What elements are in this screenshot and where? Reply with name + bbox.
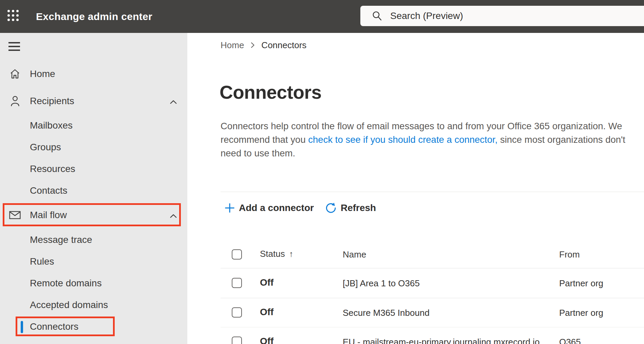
refresh-button[interactable]: Refresh (325, 202, 376, 214)
description-line: recommend that you check to see if you s… (221, 133, 625, 147)
row-checkbox[interactable] (232, 337, 242, 344)
sidebar-item-remote-domains[interactable]: Remote domains (0, 272, 187, 294)
sidebar-item-label: Rules (0, 256, 54, 267)
sort-ascending-arrow: ↑ (289, 249, 293, 259)
refresh-label: Refresh (341, 203, 376, 213)
toolbar-divider (221, 192, 644, 192)
column-header-from[interactable]: From (559, 249, 580, 260)
sidebar-item-accepted-domains[interactable]: Accepted domains (0, 294, 187, 316)
sidebar-item-rules[interactable]: Rules (0, 251, 187, 272)
row-checkbox[interactable] (232, 278, 242, 288)
page-title: Connectors (220, 81, 322, 103)
sidebar-item-label: Connectors (0, 321, 78, 332)
sidebar-item-resources[interactable]: Resources (0, 158, 187, 180)
page-description: Connectors help control the flow of emai… (221, 119, 625, 160)
sidebar-item-recipients[interactable]: Recipients (0, 90, 187, 112)
table-header-divider (221, 268, 644, 268)
app-title: Exchange admin center (36, 0, 152, 33)
chevron-up-icon[interactable] (170, 96, 177, 107)
breadcrumb: Home Connectors (221, 40, 306, 51)
plus-icon (225, 203, 235, 213)
cell-from: Partner org (559, 308, 603, 318)
sidebar-item-label: Remote domains (0, 278, 102, 289)
sidebar-item-contacts[interactable]: Contacts (0, 180, 187, 202)
breadcrumb-home-link[interactable]: Home (221, 40, 244, 51)
person-icon (9, 96, 21, 107)
sidebar-item-mailboxes[interactable]: Mailboxes (0, 115, 187, 136)
cell-status: Off (260, 277, 273, 288)
cell-name: EU - mailstream-eu-primary.journaling.mx… (343, 337, 539, 344)
sidebar-item-message-trace[interactable]: Message trace (0, 229, 187, 251)
row-divider (221, 327, 644, 327)
mail-icon (9, 211, 21, 219)
create-connector-link[interactable]: check to see if you should create a conn… (308, 134, 497, 145)
sidebar-item-label: Contacts (0, 185, 68, 196)
left-navigation: Home Recipients Mailboxes Groups Reso (0, 33, 187, 344)
home-icon (9, 69, 21, 79)
search-input[interactable] (390, 11, 594, 21)
main-content: Home Connectors Connectors Connectors he… (187, 33, 644, 344)
description-line: Connectors help control the flow of emai… (221, 119, 625, 133)
breadcrumb-current: Connectors (261, 40, 306, 51)
chevron-up-icon[interactable] (170, 210, 177, 221)
row-divider (221, 298, 644, 298)
sidebar-item-home[interactable]: Home (0, 63, 187, 85)
search-icon (372, 11, 382, 21)
selected-item-indicator (21, 321, 23, 333)
cell-name: [JB] Area 1 to O365 (343, 278, 420, 289)
sidebar-item-label: Accepted domains (0, 300, 108, 310)
cell-from: O365 (559, 337, 581, 344)
app-launcher-waffle-icon[interactable] (7, 10, 21, 23)
sidebar-item-label: Message trace (0, 234, 92, 245)
sidebar-item-connectors[interactable]: Connectors (0, 316, 187, 338)
sidebar-item-groups[interactable]: Groups (0, 136, 187, 158)
cell-status: Off (260, 336, 273, 344)
sidebar-item-label: Home (0, 69, 55, 79)
column-header-status[interactable]: Status ↑ (260, 249, 293, 259)
select-all-checkbox[interactable] (232, 249, 242, 260)
sidebar-item-mail-flow[interactable]: Mail flow (0, 204, 187, 226)
column-header-name[interactable]: Name (343, 249, 366, 260)
refresh-icon (325, 202, 337, 214)
sidebar-item-label: Resources (0, 164, 75, 174)
sidebar-item-label: Mailboxes (0, 120, 73, 131)
add-connector-button[interactable]: Add a connector (225, 203, 314, 213)
cell-from: Partner org (559, 278, 603, 289)
cell-name: Secure M365 Inbound (343, 308, 430, 318)
chevron-right-icon (250, 42, 255, 49)
search-box[interactable] (360, 6, 644, 26)
cell-status: Off (260, 307, 273, 318)
sidebar-item-label: Groups (0, 142, 61, 153)
row-checkbox[interactable] (232, 307, 242, 318)
description-line: need to use them. (221, 147, 625, 160)
command-bar: Add a connector Refresh (225, 200, 376, 215)
add-connector-label: Add a connector (239, 203, 314, 213)
top-app-bar: Exchange admin center (0, 0, 644, 33)
